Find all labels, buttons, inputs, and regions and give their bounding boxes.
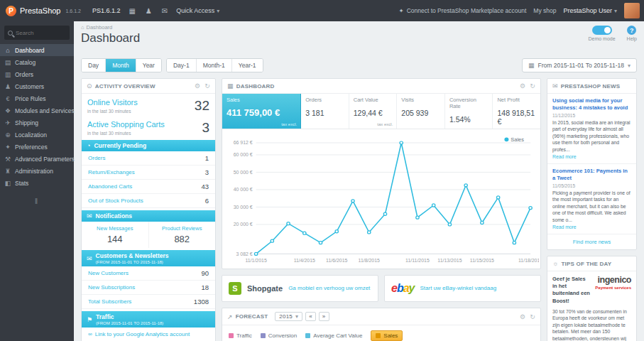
sidebar-item-administration[interactable]: ♜ Administration	[0, 165, 74, 177]
sidebar-item-advanced-parameters[interactable]: ⚒ Advanced Parameters	[0, 153, 74, 165]
ebay-promo[interactable]: ebay Start uw eBay-winkel vandaag	[384, 275, 541, 302]
gear-icon[interactable]: ⚙	[520, 313, 525, 320]
marketplace-link[interactable]: ✦ Connect to PrestaShop Marketplace acco…	[399, 7, 527, 14]
read-more-link[interactable]: Read more	[552, 154, 577, 159]
sidebar-item-label: Shipping	[15, 119, 38, 126]
quick-access-menu[interactable]: Quick Access ▾	[176, 7, 219, 14]
sidebar-item-shipping[interactable]: ✈ Shipping	[0, 117, 74, 129]
row-label: Total Subscribers	[88, 298, 131, 305]
date-range-picker[interactable]: ▦ From 2015-11-01 To 2015-11-18 ▾	[522, 58, 637, 72]
gear-icon[interactable]: ⚙	[520, 82, 525, 90]
new-subscriptions-row[interactable]: New Subscriptions 18	[82, 281, 215, 295]
sidebar-item-localization[interactable]: ⊕ Localization	[0, 129, 74, 141]
range-year-button[interactable]: Year	[136, 59, 161, 72]
kpi-cart-value-tab[interactable]: Cart Value 129,44 € tax excl.	[349, 94, 398, 129]
news-item-excerpt: In 2015, social media are an integral pa…	[552, 119, 631, 153]
kpi-net-profit-tab[interactable]: Net Profit 148 918,51 €	[493, 94, 540, 129]
range-month-button[interactable]: Month	[106, 59, 136, 72]
sidebar-item-label: Customers	[15, 83, 44, 90]
find-more-news-link[interactable]: Find more news	[547, 234, 636, 249]
range-month-1-button[interactable]: Month-1	[197, 59, 232, 72]
kpi-sales-tab[interactable]: Sales 411 759,00 € tax excl.	[222, 94, 301, 129]
forecast-next-button[interactable]: »	[319, 312, 329, 321]
kpi-conversion-rate-tab[interactable]: Conversion Rate 1.54%	[445, 94, 493, 129]
calendar-icon: ▦	[528, 62, 535, 69]
range-year-1-button[interactable]: Year-1	[232, 59, 263, 72]
shopgate-promo[interactable]: S Shopgate Ga mobiel en verhoog uw omzet	[222, 275, 378, 302]
row-label: Return/Exchanges	[88, 169, 135, 175]
sidebar-search	[4, 26, 70, 40]
refresh-icon[interactable]: ↻	[530, 313, 535, 320]
kpi-label: Conversion Rate	[449, 97, 489, 109]
kpi-visits-tab[interactable]: Visits 205 939	[397, 94, 445, 129]
demo-mode-toggle[interactable]	[592, 26, 612, 35]
activity-panel-title: ACTIVITY OVERVIEW	[95, 83, 155, 90]
breadcrumb[interactable]: ⌂ Dashboard	[81, 24, 140, 31]
google-analytics-link[interactable]: ∞ Link to your Google Analytics account	[82, 328, 215, 341]
range-button-group: Day Month Year	[81, 58, 162, 72]
ebay-letter: a	[403, 282, 409, 294]
tips-panel-title: TIPS OF THE DAY	[561, 261, 611, 267]
row-label: New Customers	[88, 270, 129, 276]
range-day-1-button[interactable]: Day-1	[167, 59, 197, 72]
orders-quick-icon[interactable]: ▦	[127, 7, 136, 15]
pending-out-of-stock-row[interactable]: Out of Stock Products 6	[82, 194, 215, 208]
legend-average-cart-value[interactable]: Average Cart Value	[305, 332, 362, 339]
messages-quick-icon[interactable]: ✉	[160, 7, 169, 15]
plug-icon: ✦	[399, 7, 404, 14]
sidebar-item-preferences[interactable]: ✦ Preferences	[0, 141, 74, 153]
refresh-icon[interactable]: ↻	[204, 82, 210, 90]
pending-abandoned-carts-row[interactable]: Abandoned Carts 43	[82, 180, 215, 194]
sidebar-item-dashboard[interactable]: ⌂ Dashboard	[0, 44, 74, 56]
sidebar-item-catalog[interactable]: ▤ Catalog	[0, 56, 74, 68]
active-carts-stat[interactable]: Active Shopping Carts in the last 30 min…	[82, 116, 215, 138]
legend-sales[interactable]: Sales	[371, 330, 403, 341]
svg-text:40 000 €: 40 000 €	[234, 187, 253, 192]
sidebar-collapse-button[interactable]: ‖	[0, 197, 74, 205]
forecast-prev-button[interactable]: «	[305, 312, 316, 321]
pending-returns-row[interactable]: Return/Exchanges 3	[82, 166, 215, 180]
my-shop-link[interactable]: My shop	[533, 7, 556, 14]
ebay-link[interactable]: Start uw eBay-winkel vandaag	[420, 285, 497, 292]
forecast-year-select[interactable]: 2015 ▾	[275, 312, 302, 321]
sidebar: ⌂ Dashboard ▤ Catalog ▥ Orders ♟ Custome…	[0, 21, 74, 341]
sidebar-item-modules[interactable]: ❖ Modules and Services	[0, 104, 74, 117]
online-visitors-stat[interactable]: Online Visitors in the last 30 minutes 3…	[82, 94, 215, 116]
chevron-down-icon: ▾	[628, 63, 631, 69]
sidebar-item-customers[interactable]: ♟ Customers	[0, 80, 74, 92]
gear-icon[interactable]: ⚙	[195, 82, 200, 90]
read-more-link[interactable]: Read more	[552, 224, 577, 229]
total-subscribers-row[interactable]: Total Subscribers 1308	[82, 295, 215, 309]
kpi-value: 129,44 €	[354, 109, 393, 117]
new-customers-row[interactable]: New Customers 90	[82, 266, 215, 281]
range-day-button[interactable]: Day	[82, 59, 106, 72]
forecast-year-value: 2015	[279, 313, 293, 320]
sales-chart: 66 912 €60 000 €50 000 €40 000 €30 000 €…	[224, 134, 539, 267]
refresh-icon[interactable]: ↻	[530, 82, 535, 90]
help-icon[interactable]: ?	[627, 26, 636, 35]
traffic-header: ⚑ Traffic (FROM 2015-11-01 TO 2015-11-18…	[82, 311, 215, 328]
shopgate-link[interactable]: Ga mobiel en verhoog uw omzet	[288, 285, 370, 292]
sidebar-item-price-rules[interactable]: € Price Rules	[0, 92, 74, 104]
user-menu[interactable]: PrestaShop User ▾	[563, 7, 617, 14]
sidebar-item-label: Stats	[15, 180, 28, 187]
chevron-down-icon: ▾	[217, 8, 219, 14]
search-input[interactable]	[16, 30, 65, 36]
legend-traffic[interactable]: Traffic	[229, 332, 252, 339]
news-item-date: 11/12/2015	[552, 113, 631, 118]
product-reviews-cell[interactable]: Product Reviews 882	[149, 222, 216, 248]
customers-quick-icon[interactable]: ♟	[144, 7, 153, 15]
pending-orders-row[interactable]: Orders 1	[82, 151, 215, 166]
news-item-title[interactable]: Using social media for your business: 4 …	[552, 97, 631, 112]
legend-conversion[interactable]: Conversion	[261, 332, 297, 339]
kpi-orders-tab[interactable]: Orders 3 181	[301, 94, 349, 129]
shop-name[interactable]: PS1.6.1.2	[92, 7, 121, 14]
sidebar-item-orders[interactable]: ▥ Orders	[0, 68, 74, 80]
prestashop-logo[interactable]: P PrestaShop 1.6.1.2	[6, 6, 81, 16]
svg-text:11/1/2015: 11/1/2015	[245, 259, 267, 264]
sidebar-item-stats[interactable]: ◧ Stats	[0, 177, 74, 189]
row-value: 18	[201, 283, 209, 291]
news-item-title[interactable]: Ecommerce 101: Payments in a Tweet	[552, 168, 631, 182]
user-avatar[interactable]	[624, 3, 640, 18]
new-messages-cell[interactable]: New Messages 144	[82, 222, 149, 248]
